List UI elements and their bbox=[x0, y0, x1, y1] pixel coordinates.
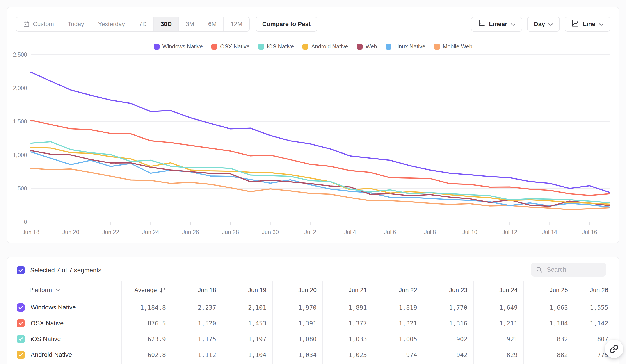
check-icon bbox=[18, 320, 24, 326]
x-axis-label: Jun 26 bbox=[182, 229, 199, 235]
value-cell: 1,520 bbox=[172, 320, 222, 327]
value-cell: 1,211 bbox=[473, 320, 523, 327]
search-icon bbox=[536, 266, 543, 273]
series-line-windows-native bbox=[31, 72, 610, 192]
value-cell: 1,391 bbox=[272, 320, 322, 327]
column-header-jun-21[interactable]: Jun 21 bbox=[322, 287, 373, 294]
value-cell: 829 bbox=[473, 351, 523, 358]
value-cell: 1,321 bbox=[373, 320, 423, 327]
value-cell: 1,770 bbox=[423, 304, 473, 311]
x-axis-label: Jun 20 bbox=[62, 229, 79, 235]
table-row-android-native: Android Native602.81,1121,1041,0341,0239… bbox=[7, 347, 619, 363]
value-cell: 1,023 bbox=[322, 351, 373, 358]
y-axis-label: 1,500 bbox=[13, 118, 27, 125]
x-axis-label: Jun 30 bbox=[262, 229, 279, 235]
value-cell: 1,649 bbox=[473, 304, 523, 311]
value-cell: 942 bbox=[423, 351, 473, 358]
y-axis-label: 2,500 bbox=[13, 51, 27, 58]
value-cell: 882 bbox=[523, 351, 574, 358]
column-divider bbox=[272, 281, 273, 364]
table-row-osx-native: OSX Native876.51,5201,4531,3911,3771,321… bbox=[7, 315, 619, 331]
value-cell: 1,453 bbox=[222, 320, 272, 327]
column-header-label: Platform bbox=[29, 287, 52, 294]
column-divider bbox=[222, 281, 222, 364]
row-checkbox[interactable] bbox=[17, 351, 25, 359]
value-cell: 1,033 bbox=[322, 336, 373, 343]
y-axis-label: 500 bbox=[18, 185, 27, 191]
y-axis-label: 2,000 bbox=[13, 85, 27, 91]
column-header-jun-22[interactable]: Jun 22 bbox=[373, 287, 423, 294]
sort-descending-icon bbox=[159, 287, 166, 293]
column-header-jun-19[interactable]: Jun 19 bbox=[222, 287, 272, 294]
platform-label: iOS Native bbox=[31, 335, 61, 343]
column-header-jun-26[interactable]: Jun 26 bbox=[574, 287, 614, 294]
check-icon bbox=[18, 352, 24, 358]
link-icon bbox=[610, 344, 619, 353]
value-cell: 832 bbox=[523, 336, 574, 343]
column-header-label: Average bbox=[134, 287, 157, 294]
selected-summary: Selected 7 of 7 segments bbox=[30, 266, 101, 274]
value-cell: 1,112 bbox=[172, 351, 222, 358]
x-axis-label: Jul 8 bbox=[424, 229, 436, 235]
value-cell: 2,237 bbox=[172, 304, 222, 311]
table-row-windows-native: Windows Native1,184.82,2372,1011,9701,89… bbox=[7, 300, 619, 315]
platform-label: Android Native bbox=[31, 351, 72, 358]
value-cell: 1,184.8 bbox=[121, 304, 172, 311]
check-icon bbox=[18, 305, 24, 310]
value-cell: 1,197 bbox=[222, 336, 272, 343]
column-divider bbox=[523, 281, 524, 364]
x-axis-label: Jul 6 bbox=[384, 229, 396, 235]
search-box bbox=[531, 263, 606, 277]
x-axis-label: Jun 24 bbox=[142, 229, 159, 235]
analytics-dashboard: CustomTodayYesterday7D30D3M6M12M Compare… bbox=[0, 0, 626, 364]
x-axis-label: Jul 14 bbox=[542, 229, 557, 235]
y-axis-label: 1,000 bbox=[13, 152, 27, 158]
check-icon bbox=[18, 267, 24, 273]
column-header-platform[interactable]: Platform bbox=[7, 287, 121, 294]
column-header-jun-20[interactable]: Jun 20 bbox=[272, 287, 322, 294]
value-cell: 1,316 bbox=[423, 320, 473, 327]
column-divider bbox=[473, 281, 474, 364]
value-cell: 876.5 bbox=[121, 320, 172, 327]
value-cell: 1,377 bbox=[322, 320, 373, 327]
chevron-down-icon bbox=[56, 289, 60, 291]
share-link-button[interactable] bbox=[605, 340, 623, 358]
column-header-jun-24[interactable]: Jun 24 bbox=[473, 287, 523, 294]
value-cell: 602.8 bbox=[121, 351, 172, 358]
x-axis-label: Jul 16 bbox=[582, 229, 597, 235]
table-rows: Windows Native1,184.82,2372,1011,9701,89… bbox=[7, 300, 619, 363]
column-divider bbox=[423, 281, 423, 364]
value-cell: 1,080 bbox=[272, 336, 322, 343]
value-cell: 1,891 bbox=[322, 304, 373, 311]
column-header-jun-23[interactable]: Jun 23 bbox=[423, 287, 473, 294]
platform-label: Windows Native bbox=[31, 304, 76, 311]
value-cell: 1,142 bbox=[574, 320, 614, 327]
x-axis-label: Jul 12 bbox=[502, 229, 517, 235]
x-axis-label: Jul 2 bbox=[304, 229, 316, 235]
column-divider bbox=[121, 281, 122, 364]
value-cell: 974 bbox=[373, 351, 423, 358]
column-divider bbox=[172, 281, 172, 364]
value-cell: 1,175 bbox=[172, 336, 222, 343]
value-cell: 2,101 bbox=[222, 304, 272, 311]
row-checkbox[interactable] bbox=[17, 335, 25, 343]
value-cell: 1,034 bbox=[272, 351, 322, 358]
column-divider bbox=[574, 281, 574, 364]
table-header-row: PlatformAverageJun 18Jun 19Jun 20Jun 21J… bbox=[7, 281, 619, 300]
row-checkbox[interactable] bbox=[17, 319, 25, 327]
column-header-average[interactable]: Average bbox=[121, 287, 172, 294]
value-cell: 1,819 bbox=[373, 304, 423, 311]
column-header-jun-18[interactable]: Jun 18 bbox=[172, 287, 222, 294]
column-header-jun-25[interactable]: Jun 25 bbox=[523, 287, 574, 294]
x-axis-label: Jul 4 bbox=[344, 229, 356, 235]
select-all-checkbox[interactable] bbox=[17, 266, 25, 274]
search-input[interactable] bbox=[547, 266, 602, 273]
column-divider bbox=[373, 281, 373, 364]
value-cell: 623.9 bbox=[121, 336, 172, 343]
x-axis-label: Jul 10 bbox=[462, 229, 477, 235]
check-icon bbox=[18, 336, 24, 342]
column-divider bbox=[322, 281, 323, 364]
series-line-web bbox=[31, 151, 610, 206]
row-checkbox[interactable] bbox=[17, 303, 25, 312]
series-line-android-native bbox=[31, 147, 610, 204]
